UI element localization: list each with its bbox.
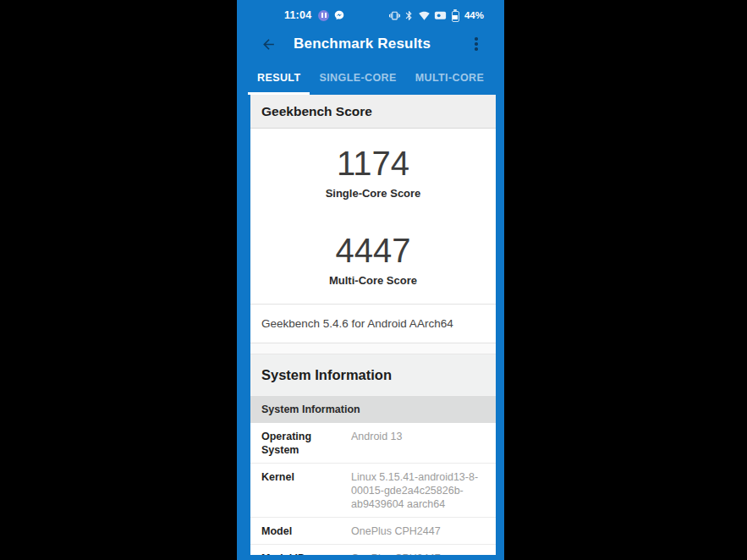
multi-core-score-value: 4447 xyxy=(250,231,496,271)
back-button[interactable] xyxy=(259,35,277,53)
row-value: OnePlus CPH2447 xyxy=(351,552,487,555)
notification-icons xyxy=(318,9,345,21)
row-label: Model xyxy=(261,524,351,538)
page-title: Benchmark Results xyxy=(294,36,431,52)
table-row-model-id: Model ID OnePlus CPH2447 xyxy=(250,545,496,555)
overflow-menu-button[interactable] xyxy=(469,35,484,53)
tab-bar: RESULT SINGLE-CORE MULTI-CORE xyxy=(237,61,504,95)
row-label: Operating System xyxy=(261,430,351,457)
app-bar: Benchmark Results xyxy=(237,27,504,61)
row-value: Linux 5.15.41-android13-8-00015-gde2a4c2… xyxy=(351,470,487,511)
tab-multi-core[interactable]: MULTI-CORE xyxy=(406,61,494,95)
clock: 11:04 xyxy=(284,9,311,21)
media-pause-notification-icon xyxy=(318,10,329,21)
score-card: 1174 Single-Core Score 4447 Multi-Core S… xyxy=(250,129,496,305)
geekbench-score-header: Geekbench Score xyxy=(250,95,496,129)
multi-core-score-label: Multi-Core Score xyxy=(250,274,496,288)
wifi-icon xyxy=(418,10,431,21)
status-bar: 11:04 44% xyxy=(237,0,504,27)
row-label: Kernel xyxy=(261,470,351,511)
tab-result[interactable]: RESULT xyxy=(248,61,310,95)
row-value: Android 13 xyxy=(351,430,487,457)
system-information-title: System Information xyxy=(250,354,496,395)
camera-icon xyxy=(434,10,447,20)
vibrate-icon xyxy=(389,10,400,21)
single-core-score-value: 1174 xyxy=(250,129,496,184)
tab-single-core[interactable]: SINGLE-CORE xyxy=(310,61,405,95)
chat-notification-icon xyxy=(333,9,345,21)
table-row-model: Model OnePlus CPH2447 xyxy=(250,518,496,545)
back-arrow-icon xyxy=(261,36,277,52)
system-information-table: Operating System Android 13 Kernel Linux… xyxy=(250,423,496,555)
phone-screenshot: 11:04 44% xyxy=(237,0,504,560)
table-row-operating-system: Operating System Android 13 xyxy=(250,423,496,464)
single-core-score-label: Single-Core Score xyxy=(250,187,496,200)
results-scroll-area[interactable]: Geekbench Score 1174 Single-Core Score 4… xyxy=(250,95,496,555)
row-value: OnePlus CPH2447 xyxy=(351,524,487,538)
geekbench-version-row: Geekbench 5.4.6 for Android AArch64 xyxy=(250,305,496,343)
battery-percent: 44% xyxy=(464,10,484,20)
table-row-kernel: Kernel Linux 5.15.41-android13-8-00015-g… xyxy=(250,464,496,518)
status-icons: 44% xyxy=(389,9,484,22)
bluetooth-icon xyxy=(404,10,415,21)
system-information-subheader: System Information xyxy=(250,395,496,423)
overflow-menu-icon xyxy=(475,37,478,41)
battery-icon xyxy=(452,9,459,22)
section-divider xyxy=(250,343,496,354)
row-label: Model ID xyxy=(261,552,351,555)
